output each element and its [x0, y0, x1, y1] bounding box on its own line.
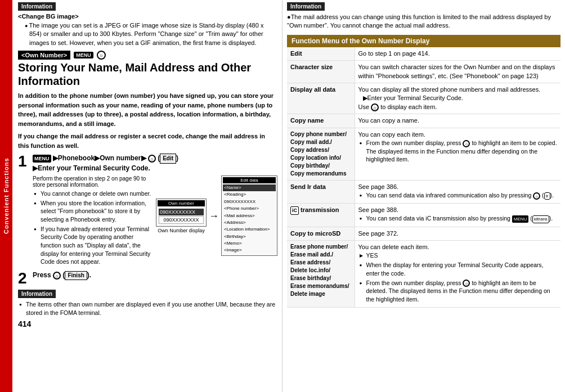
page-number: 414	[18, 319, 277, 328]
ic-bullet: You can send data via iC transmission al…	[358, 214, 558, 223]
send-ir-bullet: You can send data via infrared communica…	[358, 191, 558, 200]
label-copy-multi: Copy phone number/Copy mail add./Copy ad…	[287, 128, 355, 180]
info-bottom-bullet: The items other than own number are disp…	[18, 300, 277, 317]
phone-screens: Own number 090XXXXXXXX 090XXXXXXXX Own N…	[156, 175, 277, 257]
circle-display: ○	[371, 103, 379, 111]
step-1-perform: Perform the operation in step 2 on page …	[33, 175, 151, 188]
step-2-instruction: Press ○ (Finish).	[33, 271, 277, 280]
step-1-number: 1	[18, 154, 29, 169]
step-2: 2 Press ○ (Finish).	[18, 271, 277, 286]
right-column: Information ●The mail address you can ch…	[282, 0, 565, 392]
idtrans-key: idtrans	[532, 215, 549, 223]
table-row-copy-name: Copy name You can copy a name.	[287, 114, 560, 128]
label-display-all: Display all data	[287, 83, 355, 114]
value-ic-transmission: See page 388. You can send data via iC t…	[355, 204, 560, 227]
menu-icon-ic: MENU	[512, 215, 529, 223]
step-1-b3: If you have already entered your Termina…	[33, 225, 151, 266]
own-number-screen-title: Own number	[158, 200, 205, 206]
function-table: Edit Go to step 1 on page 414. Character…	[287, 47, 560, 308]
ic-icon-cell: iC	[290, 206, 299, 215]
value-copy-microsd: See page 372.	[355, 227, 560, 240]
value-copy-multi: You can copy each item. From the own num…	[355, 128, 560, 180]
menu-icon-step: MENU	[33, 155, 51, 163]
label-char-size: Character size	[287, 61, 355, 83]
table-row-copy-microsd: Copy to microSD See page 372.	[287, 227, 560, 240]
value-send-ir: See page 386. You can send data via infr…	[355, 180, 560, 204]
center-icon-2: ○	[53, 272, 61, 280]
erase-b2: From the own number display, press ○ to …	[358, 279, 558, 304]
edit-key: Edit	[160, 154, 176, 164]
phone-number-display: 090XXXXXXXX 090XXXXXXXX	[158, 208, 205, 225]
left-column: Convenient Functions Information <Change…	[0, 0, 282, 392]
label-copy-name: Copy name	[287, 114, 355, 128]
label-ic-transmission: iC transmission	[287, 204, 355, 227]
label-erase-multi: Erase phone number/Erase mail add./Erase…	[287, 241, 355, 308]
body-change-mail: If you change the mail address or regist…	[18, 132, 277, 150]
edit-items-list: <Name> <Reading> 090XXXXXXXX <Phone numb…	[223, 184, 276, 254]
menu-icon: MENU	[74, 52, 93, 58]
table-row-send-ir: Send Ir data See page 386. You can send …	[287, 180, 560, 204]
info-badge-bottom: Information	[18, 290, 56, 298]
change-bg-heading: <Change BG image>	[18, 13, 277, 20]
change-bg-bullet: The image you can set is a JPEG or GIF i…	[23, 21, 277, 47]
step-1-instruction: MENU ▶Phonebook▶Own number▶ ○ (Edit) ▶En…	[33, 154, 277, 173]
step-1-bullets: Perform the operation in step 2 on page …	[33, 175, 151, 267]
table-row-edit: Edit Go to step 1 on page 414.	[287, 47, 560, 61]
own-number-screen: Own number 090XXXXXXXX 090XXXXXXXX Own N…	[156, 199, 207, 233]
own-number-caption: Own Number display	[156, 228, 207, 233]
value-edit: Go to step 1 on page 414.	[355, 47, 560, 61]
finish-key: Finish	[65, 271, 87, 280]
info-badge-right: Information	[287, 2, 325, 11]
circle-icon-copy: ○	[463, 140, 470, 147]
copy-multi-bullet: From the own number display, press ○ to …	[358, 139, 558, 164]
label-edit: Edit	[287, 47, 355, 61]
own-number-section: <Own Number> MENU ○ Storing Your Name, M…	[18, 51, 277, 317]
circle-ir-icon: ○	[533, 192, 540, 200]
convenient-functions-sidebar: Convenient Functions	[0, 0, 12, 392]
function-menu-title: Function Menu of the Own Number Display	[287, 35, 560, 47]
value-erase-multi: You can delete each item. YES When the d…	[355, 241, 560, 308]
step-2-number: 2	[18, 271, 29, 286]
step-1-b2: When you store the location information,…	[33, 199, 151, 224]
value-copy-name: You can copy a name.	[355, 114, 560, 128]
circle-o-icon: ○	[97, 51, 106, 60]
erase-b1: When the display for entering your Termi…	[358, 261, 558, 277]
center-icon: ○	[148, 155, 156, 163]
value-display-all: You can display all the stored phone num…	[355, 83, 560, 114]
ir-key: Ir	[544, 192, 550, 200]
display-all-arrow: ▶Enter your Terminal Security Code.	[358, 94, 463, 102]
right-info-text: ●The mail address you can change using t…	[287, 13, 560, 30]
table-row-display-all: Display all data You can display all the…	[287, 83, 560, 114]
table-row-char-size: Character size You can switch character …	[287, 61, 560, 83]
body-intro: In addition to the phone number (own num…	[18, 91, 277, 128]
label-send-ir: Send Ir data	[287, 180, 355, 204]
own-number-header: <Own Number>	[18, 51, 70, 60]
step-1-b1: You cannot change or delete own number.	[33, 190, 151, 198]
table-row-copy-multi: Copy phone number/Copy mail add./Copy ad…	[287, 128, 560, 180]
storing-title: Storing Your Name, Mail Address and Othe…	[18, 61, 277, 88]
arrow-right-icon: →	[209, 210, 219, 222]
edit-data-title: Edit data	[223, 177, 276, 183]
erase-yes: YES	[358, 251, 558, 260]
label-copy-microsd: Copy to microSD	[287, 227, 355, 240]
info-badge-top: Information	[18, 2, 56, 11]
table-row-ic-transmission: iC transmission See page 388. You can se…	[287, 204, 560, 227]
step-1: 1 MENU ▶Phonebook▶Own number▶ ○ (Edit) ▶…	[18, 154, 277, 267]
edit-data-screen: Edit data <Name> <Reading> 090XXXXXXXX <…	[221, 175, 277, 257]
table-row-erase-multi: Erase phone number/Erase mail add./Erase…	[287, 241, 560, 308]
value-char-size: You can switch character sizes for the O…	[355, 61, 560, 83]
circle-erase-icon: ○	[463, 280, 470, 287]
